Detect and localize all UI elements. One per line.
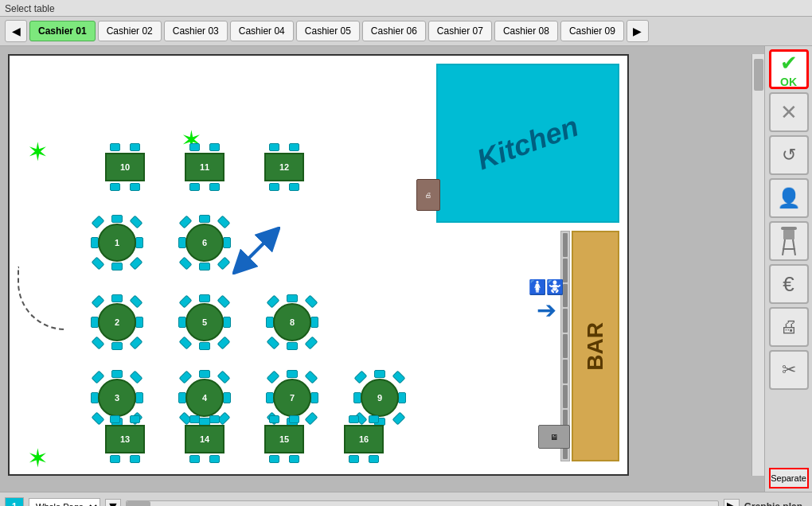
table-6[interactable]: 6 [177, 215, 232, 271]
table-11[interactable]: 11 [177, 143, 232, 191]
vertical-scrollbar[interactable] [751, 54, 764, 476]
zoom-selector[interactable]: Whole Page [29, 498, 100, 507]
tab-cashier-01[interactable]: Cashier 01 [29, 21, 96, 41]
double-arrow [232, 227, 280, 278]
table-12[interactable]: 12 [256, 143, 312, 191]
euro-icon: € [783, 272, 794, 297]
svg-line-0 [240, 235, 272, 267]
stool-icon [777, 227, 801, 255]
table-15[interactable]: 15 [256, 415, 312, 463]
separate-button[interactable]: Separate [769, 468, 809, 488]
scrollbar-thumb[interactable] [754, 59, 763, 91]
main-area: Kitchen BAR ✶ ✶ ✶ [0, 46, 812, 492]
tabs-prev-button[interactable]: ◀ [5, 20, 27, 42]
tab-cashier-02[interactable]: Cashier 02 [98, 21, 162, 41]
person-icon: 👤 [777, 187, 801, 209]
waiter-button[interactable]: 👤 [769, 178, 809, 218]
table-16[interactable]: 16 [336, 415, 392, 463]
bottom-bar: 1 Whole Page ▼ ▶ Graphic plan [0, 492, 812, 506]
cancel-button[interactable]: ✕ [769, 92, 809, 132]
tab-cashier-06[interactable]: Cashier 06 [362, 21, 426, 41]
cashier-tabs-row: ◀ Cashier 01 Cashier 02 Cashier 03 Cashi… [0, 17, 812, 46]
separate-label: Separate [771, 473, 806, 483]
tab-cashier-03[interactable]: Cashier 03 [164, 21, 228, 41]
barstool-button[interactable] [769, 221, 809, 261]
table-1[interactable]: 1 [89, 215, 145, 271]
window-header: Select table [0, 0, 812, 17]
svg-rect-1 [781, 227, 797, 230]
kitchen-area: Kitchen [436, 64, 619, 223]
table-8[interactable]: 8 [264, 294, 320, 350]
page-number: 1 [5, 497, 24, 507]
bar-label: BAR [583, 322, 608, 371]
svg-line-3 [783, 239, 785, 255]
svg-rect-2 [783, 230, 794, 239]
tabs-next-button[interactable]: ▶ [627, 20, 649, 42]
tab-cashier-05[interactable]: Cashier 05 [296, 21, 360, 41]
scroll-seg [563, 334, 568, 358]
undo-button[interactable]: ↺ [769, 135, 809, 175]
door-arc [18, 267, 65, 330]
scroll-right-btn[interactable]: ▶ [724, 499, 740, 507]
close-icon: ✕ [780, 100, 798, 125]
split-button[interactable]: ✂ [769, 350, 809, 390]
checkmark-icon: ✔ [780, 51, 798, 76]
floor-plan[interactable]: Kitchen BAR ✶ ✶ ✶ [8, 54, 629, 476]
table-13[interactable]: 13 [97, 415, 153, 463]
graphic-plan-label: Graphic plan [744, 501, 807, 507]
zoom-dropdown-btn[interactable]: ▼ [105, 499, 121, 507]
table-5[interactable]: 5 [177, 294, 232, 350]
toilet-sign: 🚺🚼 ➔ [529, 278, 564, 324]
svg-line-4 [793, 239, 795, 255]
payment-button[interactable]: € [769, 264, 809, 304]
tab-cashier-04[interactable]: Cashier 04 [230, 21, 294, 41]
bar-area: BAR [572, 231, 619, 461]
star-decoration-1: ✶ [27, 139, 49, 165]
right-sidebar: ✔ OK ✕ ↺ 👤 € [764, 46, 812, 492]
tab-cashier-07[interactable]: Cashier 07 [428, 21, 492, 41]
scroll-seg [563, 385, 568, 409]
horizontal-scrollbar[interactable] [126, 500, 719, 507]
table-2[interactable]: 2 [89, 294, 145, 350]
tab-cashier-08[interactable]: Cashier 08 [494, 21, 558, 41]
header-title: Select table [5, 3, 55, 14]
undo-icon: ↺ [782, 145, 796, 165]
tab-cashier-09[interactable]: Cashier 09 [560, 21, 624, 41]
star-decoration-3: ✶ [27, 446, 49, 471]
scroll-seg [563, 233, 568, 257]
print-button[interactable]: 🖨 [769, 307, 809, 347]
laptop-device: 🖥 [538, 425, 570, 449]
table-10[interactable]: 10 [97, 143, 153, 191]
ok-label: OK [780, 76, 797, 88]
kitchen-label: Kitchen [473, 110, 583, 177]
ok-button[interactable]: ✔ OK [769, 49, 809, 89]
printer-icon: 🖨 [780, 317, 798, 337]
floor-plan-area: Kitchen BAR ✶ ✶ ✶ [0, 46, 764, 492]
register-device: 🖨 [416, 179, 440, 211]
scroll-seg [563, 360, 568, 383]
table-14[interactable]: 14 [177, 415, 232, 463]
scissors-icon: ✂ [782, 360, 796, 380]
